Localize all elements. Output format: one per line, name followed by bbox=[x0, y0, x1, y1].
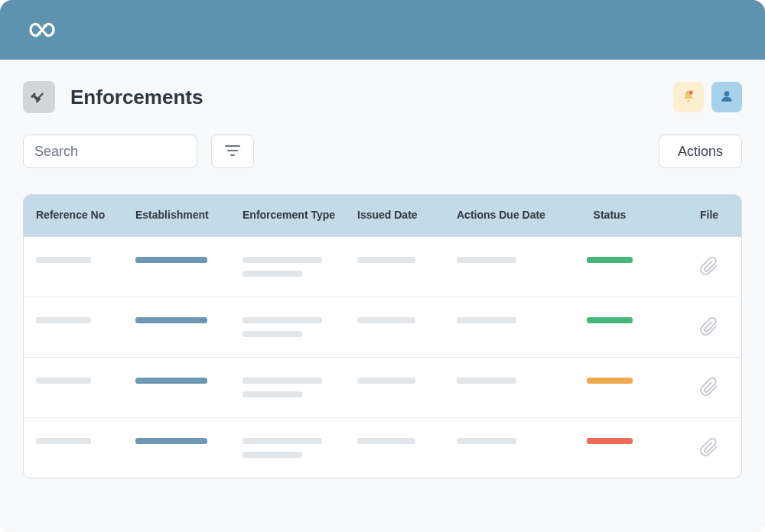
placeholder-bar bbox=[457, 257, 516, 263]
cell-reference bbox=[36, 378, 135, 384]
col-reference-no: Reference No bbox=[36, 209, 135, 222]
col-establishment: Establishment bbox=[135, 209, 243, 222]
cell-reference bbox=[36, 438, 135, 444]
cell-enforcement-type bbox=[243, 438, 357, 458]
placeholder-bar bbox=[243, 257, 322, 263]
cell-file bbox=[663, 438, 742, 456]
paperclip-icon[interactable] bbox=[700, 378, 718, 396]
col-status: Status bbox=[556, 209, 663, 222]
title-group: Enforcements bbox=[23, 81, 203, 113]
main-content: Enforcements bbox=[0, 60, 765, 500]
cell-actions-due bbox=[457, 378, 556, 384]
controls-row: Actions bbox=[23, 135, 742, 168]
status-badge bbox=[587, 317, 633, 323]
user-icon bbox=[719, 89, 734, 106]
placeholder-bar bbox=[243, 331, 302, 337]
paperclip-icon[interactable] bbox=[700, 438, 718, 456]
placeholder-bar bbox=[243, 378, 322, 384]
table-row[interactable] bbox=[24, 236, 741, 297]
status-badge bbox=[587, 257, 633, 263]
cell-actions-due bbox=[457, 438, 556, 444]
placeholder-bar bbox=[357, 438, 415, 444]
actions-button[interactable]: Actions bbox=[659, 135, 742, 168]
col-enforcement-type: Enforcement Type bbox=[243, 209, 357, 222]
placeholder-bar bbox=[243, 391, 302, 397]
filter-button[interactable] bbox=[211, 135, 254, 168]
placeholder-bar bbox=[457, 317, 516, 323]
placeholder-bar bbox=[457, 378, 516, 384]
cell-enforcement-type bbox=[243, 378, 357, 397]
notifications-button[interactable] bbox=[673, 82, 704, 112]
cell-issued-date bbox=[357, 378, 457, 384]
cell-file bbox=[663, 378, 742, 396]
controls-left bbox=[23, 135, 254, 168]
svg-rect-5 bbox=[37, 92, 44, 99]
placeholder-bar bbox=[357, 378, 415, 384]
placeholder-bar bbox=[243, 452, 302, 458]
cell-issued-date bbox=[357, 438, 457, 444]
cell-establishment bbox=[135, 317, 243, 323]
cell-establishment bbox=[135, 257, 243, 263]
cell-establishment bbox=[135, 438, 243, 444]
status-badge bbox=[587, 438, 633, 444]
table-header: Reference No Establishment Enforcement T… bbox=[24, 195, 741, 236]
cell-reference bbox=[36, 317, 135, 323]
cell-status bbox=[556, 257, 663, 263]
placeholder-bar bbox=[36, 438, 91, 444]
placeholder-bar bbox=[357, 257, 415, 263]
page-title: Enforcements bbox=[70, 86, 203, 109]
cell-reference bbox=[36, 257, 135, 263]
cell-actions-due bbox=[457, 317, 556, 323]
user-profile-button[interactable] bbox=[711, 82, 742, 112]
cell-enforcement-type bbox=[243, 317, 357, 337]
placeholder-bar bbox=[243, 271, 302, 277]
svg-point-6 bbox=[689, 90, 693, 94]
cell-issued-date bbox=[357, 257, 457, 263]
col-issued-date: Issued Date bbox=[357, 209, 457, 222]
placeholder-bar bbox=[135, 317, 207, 323]
table-row[interactable] bbox=[24, 357, 741, 417]
page-header: Enforcements bbox=[23, 81, 742, 113]
placeholder-bar bbox=[243, 438, 322, 444]
top-bar bbox=[0, 0, 765, 60]
placeholder-bar bbox=[36, 317, 91, 323]
svg-point-7 bbox=[724, 91, 730, 96]
placeholder-bar bbox=[243, 317, 322, 323]
table-row[interactable] bbox=[24, 297, 741, 357]
cell-file bbox=[663, 257, 742, 275]
bell-icon bbox=[681, 89, 696, 106]
table-body bbox=[24, 236, 741, 478]
cell-enforcement-type bbox=[243, 257, 357, 277]
cell-status bbox=[556, 317, 663, 323]
cell-file bbox=[663, 317, 742, 336]
placeholder-bar bbox=[36, 257, 91, 263]
cell-issued-date bbox=[357, 317, 457, 323]
cell-establishment bbox=[135, 378, 243, 384]
placeholder-bar bbox=[135, 438, 207, 444]
status-badge bbox=[587, 378, 633, 384]
table-row[interactable] bbox=[24, 417, 741, 478]
col-file: File bbox=[663, 209, 742, 222]
placeholder-bar bbox=[457, 438, 516, 444]
paperclip-icon[interactable] bbox=[700, 257, 718, 275]
placeholder-bar bbox=[135, 378, 207, 384]
search-input[interactable] bbox=[23, 135, 197, 168]
placeholder-bar bbox=[357, 317, 415, 323]
cell-status bbox=[556, 378, 663, 384]
placeholder-bar bbox=[135, 257, 207, 263]
header-actions bbox=[673, 82, 742, 112]
app-window: Enforcements bbox=[0, 0, 765, 532]
infinity-logo-icon bbox=[21, 9, 63, 50]
filter-icon bbox=[224, 144, 241, 160]
placeholder-bar bbox=[36, 378, 91, 384]
cell-actions-due bbox=[457, 257, 556, 263]
paperclip-icon[interactable] bbox=[700, 317, 718, 336]
enforcements-table: Reference No Establishment Enforcement T… bbox=[23, 194, 742, 478]
gavel-icon bbox=[23, 81, 55, 113]
cell-status bbox=[556, 438, 663, 444]
col-actions-due: Actions Due Date bbox=[457, 209, 556, 222]
